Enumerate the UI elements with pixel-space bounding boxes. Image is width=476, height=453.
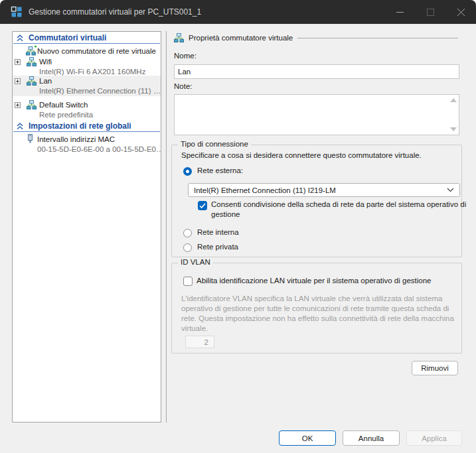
- dialog-content: Commutatori virtuali Nuovo commutatore d…: [0, 24, 476, 453]
- tree-item-subtitle: Rete predefinita: [39, 111, 93, 119]
- connection-type-group-label: Tipo di connessione: [178, 140, 251, 148]
- remove-button[interactable]: Rimuovi: [412, 361, 458, 375]
- section-global-settings[interactable]: Impostazioni di rete globali: [29, 121, 131, 131]
- vlan-group-label: ID VLAN: [178, 258, 213, 266]
- expand-plus-icon[interactable]: [15, 78, 21, 84]
- hyperv-switch-app-icon: [11, 6, 23, 18]
- virtual-switch-icon: [27, 76, 37, 86]
- enable-vlan-checkbox[interactable]: [183, 277, 193, 286]
- tree-item-label: Lan: [39, 77, 52, 85]
- section-divider: [13, 43, 160, 44]
- properties-header: Proprietà commutatore virtuale: [174, 33, 458, 42]
- properties-header-label: Proprietà commutatore virtuale: [189, 34, 293, 42]
- internal-network-label[interactable]: Rete interna: [197, 228, 239, 236]
- expand-plus-icon[interactable]: [15, 102, 21, 108]
- notes-label: Note:: [174, 82, 193, 90]
- section-divider: [13, 131, 160, 132]
- vlan-id-input[interactable]: [185, 336, 214, 348]
- notes-input[interactable]: [174, 94, 459, 135]
- name-input[interactable]: [174, 64, 459, 79]
- switch-tree-panel: Commutatori virtuali Nuovo commutatore d…: [12, 31, 161, 422]
- header-rule: [297, 38, 458, 38]
- minimize-button[interactable]: [384, 0, 415, 24]
- ok-button[interactable]: OK: [279, 430, 336, 446]
- close-button[interactable]: [445, 0, 476, 24]
- panel-splitter: [166, 31, 167, 422]
- private-network-radio[interactable]: [183, 243, 192, 252]
- virtual-switch-icon: [27, 100, 37, 109]
- checkmark-icon: [199, 203, 206, 209]
- vlan-description: L'identificatore VLAN specifica la LAN v…: [181, 294, 460, 334]
- collapse-chevrons-icon[interactable]: [16, 123, 24, 130]
- share-adapter-checkbox[interactable]: [198, 201, 207, 210]
- virtual-switch-icon: [174, 33, 184, 42]
- maximize-button[interactable]: [415, 0, 445, 24]
- external-network-radio[interactable]: [183, 167, 192, 176]
- tree-item-subtitle: Intel(R) Wi-Fi 6 AX201 160MHz: [39, 68, 145, 76]
- private-network-label[interactable]: Rete privata: [197, 243, 238, 251]
- close-icon: [457, 9, 465, 16]
- collapse-chevrons-icon[interactable]: [16, 34, 24, 42]
- name-label: Nome:: [174, 52, 197, 60]
- tree-item-label: Intervallo indirizzi MAC: [37, 135, 115, 143]
- connection-type-group: Tipo di connessione Specificare a cosa s…: [171, 145, 462, 257]
- external-network-label[interactable]: Rete esterna:: [197, 166, 243, 174]
- scroll-down-icon[interactable]: [450, 127, 457, 131]
- maximize-icon: [427, 9, 434, 16]
- new-switch-icon: [26, 46, 37, 56]
- virtual-switch-manager-window: Gestione commutatori virtuali per PC_UTS…: [0, 0, 476, 453]
- adapter-dropdown-value: Intel(R) Ethernet Connection (11) I219-L…: [194, 186, 336, 194]
- adapter-dropdown[interactable]: Intel(R) Ethernet Connection (11) I219-L…: [188, 183, 460, 197]
- chevron-down-icon: [447, 188, 454, 192]
- vlan-group: ID VLAN Abilita identificazione LAN virt…: [171, 263, 462, 354]
- tree-item-subtitle: Intel(R) Ethernet Connection (11) …: [39, 87, 161, 95]
- connection-description: Specificare a cosa si desidera connetter…: [181, 151, 422, 159]
- tree-item-label: Wifi: [39, 58, 52, 66]
- title-bar: Gestione commutatori virtuali per PC_UTS…: [0, 0, 476, 24]
- tree-item-subtitle: 00-15-5D-E0-6E-00 a 00-15-5D-E0…: [37, 145, 161, 153]
- minimize-icon: [396, 9, 404, 16]
- expand-plus-icon[interactable]: [15, 59, 21, 65]
- tree-item-label: Default Switch: [39, 101, 88, 109]
- internal-network-radio[interactable]: [183, 229, 192, 237]
- virtual-switch-icon: [27, 57, 37, 66]
- notes-field-wrap: [174, 94, 459, 135]
- apply-button[interactable]: Applica: [406, 430, 462, 446]
- network-adapter-icon: [27, 134, 33, 143]
- tree-item-label: Nuovo commutatore di rete virtuale: [37, 47, 156, 55]
- window-title: Gestione commutatori virtuali per PC_UTS…: [29, 7, 201, 17]
- section-virtual-switches[interactable]: Commutatori virtuali: [29, 33, 106, 42]
- enable-vlan-label[interactable]: Abilita identificazione LAN virtuale per…: [197, 277, 432, 285]
- cancel-button[interactable]: Annulla: [343, 430, 400, 446]
- share-adapter-label[interactable]: Consenti condivisione della scheda di re…: [211, 200, 474, 220]
- scroll-up-icon[interactable]: [450, 98, 457, 102]
